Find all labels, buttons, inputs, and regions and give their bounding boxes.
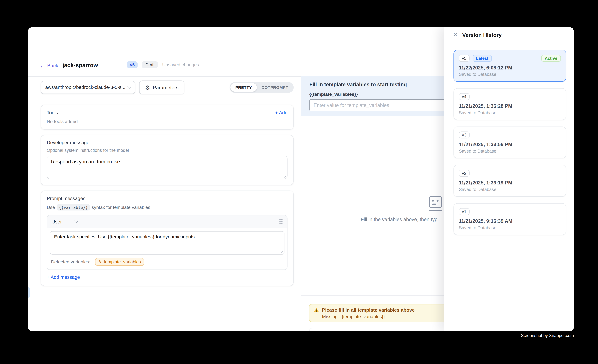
pencil-icon: ✎ <box>98 260 102 264</box>
back-arrow-icon: ← <box>40 63 45 68</box>
version-card[interactable]: v2 11/21/2025, 1:33:19 PM Saved to Datab… <box>454 165 566 197</box>
back-label: Back <box>47 63 58 69</box>
syntax-hint: Use {{variable}} syntax for template var… <box>47 204 287 210</box>
syntax-suffix: syntax for template variables <box>92 205 150 210</box>
version-timestamp: 11/21/2025, 1:36:28 PM <box>459 103 561 109</box>
developer-message-card: Developer message Optional system instru… <box>41 135 294 185</box>
chevron-down-icon <box>127 84 132 89</box>
version-saved-status: Saved to Database <box>459 187 561 192</box>
robot-face-icon <box>429 196 442 211</box>
tab-pretty[interactable]: PRETTY <box>230 83 257 92</box>
template-variable-chip[interactable]: ✎ template_variables <box>95 258 144 265</box>
model-select[interactable]: aws/anthropic/bedrock-claude-3-5-s... <box>41 81 135 94</box>
edge-drawer-handle[interactable] <box>28 287 30 298</box>
version-history-title: Version History <box>462 32 502 38</box>
model-select-value: aws/anthropic/bedrock-claude-3-5-s... <box>45 85 128 90</box>
app-window: ← Back jack-sparrow v5 Draft Unsaved cha… <box>28 27 574 331</box>
version-card[interactable]: v1 11/21/2025, 9:16:39 AM Saved to Datab… <box>454 203 566 235</box>
message-block: User Enter task specifics. Use {{templat… <box>47 215 287 270</box>
add-tool-button[interactable]: + Add <box>275 110 287 115</box>
warning-title: Please fill in all template variables ab… <box>322 307 415 313</box>
variable-syntax-chip: {{variable}} <box>57 204 90 210</box>
back-button[interactable]: ← Back <box>40 63 58 69</box>
version-number-badge: v1 <box>459 208 469 215</box>
version-number-badge: v5 <box>459 55 469 62</box>
latest-badge: Latest <box>473 55 492 62</box>
warning-triangle-icon <box>314 308 319 313</box>
prompt-messages-title: Prompt messages <box>47 196 287 201</box>
drag-handle-icon[interactable] <box>279 219 283 224</box>
parameters-label: Parameters <box>153 84 179 90</box>
version-timestamp: 11/21/2025, 1:33:19 PM <box>459 180 561 186</box>
tools-title: Tools <box>47 110 58 115</box>
version-saved-status: Saved to Database <box>459 225 561 230</box>
tab-dotprompt[interactable]: DOTPROMPT <box>257 83 293 92</box>
version-timestamp: 11/21/2025, 9:16:39 AM <box>459 218 561 224</box>
prompt-message-input[interactable]: Enter task specifics. Use {{template_var… <box>50 231 284 255</box>
gear-icon: ⚙ <box>145 84 150 90</box>
version-card[interactable]: v3 11/21/2025, 1:33:56 PM Saved to Datab… <box>454 126 566 158</box>
version-card[interactable]: v5 Latest Active 11/22/2025, 6:08:12 PM … <box>454 50 566 82</box>
version-saved-status: Saved to Database <box>459 110 561 115</box>
version-card[interactable]: v4 11/21/2025, 1:36:28 PM Saved to Datab… <box>454 88 566 120</box>
editor-column: aws/anthropic/bedrock-claude-3-5-s... ⚙ … <box>41 81 294 286</box>
version-list: v5 Latest Active 11/22/2025, 6:08:12 PM … <box>454 50 566 241</box>
tools-empty-text: No tools added <box>47 119 287 124</box>
version-number-badge: v3 <box>459 132 469 138</box>
prompt-messages-card: Prompt messages Use {{variable}} syntax … <box>41 190 294 286</box>
unsaved-changes-label: Unsaved changes <box>162 62 199 67</box>
message-role-header: User <box>47 215 287 228</box>
close-icon[interactable]: × <box>454 31 457 38</box>
empty-state-text: Fill in the variables above, then typ <box>361 217 438 222</box>
parameters-button[interactable]: ⚙ Parameters <box>139 81 184 94</box>
version-history-panel: × Version History v5 Latest Active 11/22… <box>444 27 574 331</box>
tools-card: Tools + Add No tools added <box>41 105 294 130</box>
version-number-badge: v2 <box>459 170 469 177</box>
page-title: jack-sparrow <box>63 62 98 68</box>
draft-badge: Draft <box>142 61 158 68</box>
detected-variables-label: Detected variables: <box>51 259 90 265</box>
active-badge: Active <box>541 55 561 62</box>
developer-message-input[interactable]: Respond as you are tom cruise <box>47 156 287 179</box>
view-mode-toggle: PRETTY DOTPROMPT <box>230 82 294 93</box>
add-message-button[interactable]: + Add message <box>47 274 80 280</box>
editor-toolbar: aws/anthropic/bedrock-claude-3-5-s... ⚙ … <box>41 81 294 94</box>
version-badge: v5 <box>127 61 138 68</box>
chevron-down-icon[interactable] <box>74 219 79 223</box>
developer-message-subtitle: Optional system instructions for the mod… <box>47 148 287 153</box>
version-saved-status: Saved to Database <box>459 72 561 77</box>
developer-message-title: Developer message <box>47 140 287 145</box>
detected-variables-row: Detected variables: ✎ template_variables <box>47 255 287 270</box>
version-timestamp: 11/22/2025, 6:08:12 PM <box>459 65 561 71</box>
syntax-prefix: Use <box>47 205 55 210</box>
watermark: Screenshot by Xnapper.com <box>521 333 574 338</box>
version-timestamp: 11/21/2025, 1:33:56 PM <box>459 141 561 147</box>
header-badges: v5 Draft Unsaved changes <box>127 61 199 68</box>
role-select-value[interactable]: User <box>51 219 62 224</box>
version-number-badge: v4 <box>459 93 469 100</box>
template-variable-name: template_variables <box>104 259 141 264</box>
screenshot-stage: ← Back jack-sparrow v5 Draft Unsaved cha… <box>0 0 598 364</box>
version-saved-status: Saved to Database <box>459 149 561 153</box>
